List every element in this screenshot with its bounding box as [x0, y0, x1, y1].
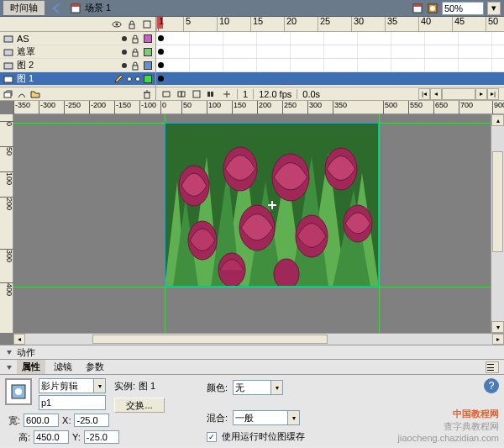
visibility-dot[interactable]: [122, 63, 127, 68]
edit-symbol-icon[interactable]: [427, 3, 438, 14]
scroll-up-icon[interactable]: ▴: [491, 114, 504, 126]
scroll-right-icon[interactable]: ▸: [475, 88, 487, 100]
outline-all-icon[interactable]: [142, 19, 152, 29]
color-effect-dropdown[interactable]: 无▾: [233, 380, 283, 395]
scene-label[interactable]: 场景 1: [70, 2, 111, 14]
show-hide-icon[interactable]: [112, 19, 122, 29]
scroll-thumb[interactable]: [442, 88, 475, 100]
center-frame-icon[interactable]: [161, 89, 171, 99]
tab-properties[interactable]: 属性: [17, 360, 45, 374]
visibility-dot[interactable]: [127, 76, 132, 82]
layer-row[interactable]: 图 1: [0, 72, 155, 86]
lock-all-icon[interactable]: [127, 19, 137, 29]
layer-row[interactable]: AS: [0, 32, 155, 45]
frame-track[interactable]: [156, 32, 504, 45]
collapse-arrow-icon[interactable]: [5, 363, 13, 372]
svg-rect-18: [144, 92, 150, 98]
vertical-scrollbar[interactable]: ▴ ▾: [491, 114, 504, 333]
svg-rect-20: [178, 92, 181, 97]
frame-track[interactable]: [156, 45, 504, 59]
vertical-ruler[interactable]: 050100200300400: [0, 114, 13, 333]
onion-skin-icon[interactable]: [176, 89, 186, 99]
properties-panel: 影片剪辑▾ 宽: X: 高: Y: 实例: 图 1 交换... 颜色:: [0, 375, 504, 446]
registration-point-icon[interactable]: [268, 201, 276, 209]
outline-color-swatch[interactable]: [144, 61, 152, 70]
guide-horizontal[interactable]: [13, 287, 491, 287]
scroll-right-icon[interactable]: ▸: [492, 334, 504, 345]
height-input[interactable]: [34, 430, 69, 444]
frames-grid[interactable]: [156, 32, 504, 87]
timeline-ruler[interactable]: 15101520253035404550: [156, 17, 504, 32]
hruler-mark: 100: [207, 101, 221, 114]
panel-options-icon[interactable]: ☰: [486, 361, 499, 373]
edit-multiple-frames-icon[interactable]: [207, 89, 217, 99]
scroll-left-icon[interactable]: ◂: [430, 88, 442, 100]
outline-color-swatch[interactable]: [144, 75, 152, 83]
new-layer-icon[interactable]: [3, 89, 13, 99]
instance-name-input[interactable]: [39, 395, 106, 410]
swap-button[interactable]: 交换...: [114, 398, 165, 413]
width-input[interactable]: [24, 414, 59, 427]
layer-row[interactable]: 图 2: [0, 59, 155, 72]
symbol-type-dropdown[interactable]: 影片剪辑▾: [39, 378, 106, 393]
svg-rect-10: [4, 36, 13, 42]
svg-rect-22: [193, 91, 200, 98]
keyframe[interactable]: [158, 49, 164, 55]
cache-bitmap-checkbox[interactable]: ✓: [207, 432, 217, 442]
blend-mode-dropdown[interactable]: 一般▾: [233, 410, 300, 425]
scroll-end-icon[interactable]: ▸|: [487, 88, 499, 100]
lock-icon[interactable]: [130, 34, 140, 44]
delete-layer-icon[interactable]: [142, 89, 152, 99]
onion-skin-outlines-icon[interactable]: [192, 89, 202, 99]
keyframe[interactable]: [158, 62, 164, 68]
timeline-scrollbar[interactable]: |◂ ◂ ▸ ▸|: [418, 88, 499, 100]
keyframe[interactable]: [158, 35, 164, 41]
zoom-input[interactable]: [442, 2, 484, 15]
zoom-dropdown-button[interactable]: ▾: [487, 2, 501, 15]
svg-point-5: [430, 6, 435, 11]
info-icon[interactable]: ?: [484, 378, 499, 393]
actions-panel-header[interactable]: 动作: [0, 345, 504, 360]
tab-parameters[interactable]: 参数: [81, 360, 109, 374]
tab-filters[interactable]: 滤镜: [49, 360, 77, 374]
scrollbar-thumb[interactable]: [92, 335, 328, 344]
lock-icon[interactable]: [130, 61, 140, 71]
visibility-dot[interactable]: [122, 36, 127, 41]
scrollbar-thumb[interactable]: [492, 151, 503, 252]
outline-color-swatch[interactable]: [144, 48, 152, 56]
scroll-down-icon[interactable]: ▾: [491, 321, 504, 333]
visibility-dot[interactable]: [122, 50, 127, 55]
layers-footer: [0, 87, 155, 100]
modify-onion-markers-icon[interactable]: [222, 89, 232, 99]
edit-scene-icon[interactable]: [412, 3, 423, 14]
vruler-mark: 300: [0, 249, 13, 262]
chevron-down-icon: ▾: [93, 379, 105, 393]
frame-track[interactable]: [156, 72, 504, 86]
collapse-arrow-icon[interactable]: [5, 348, 13, 356]
horizontal-ruler[interactable]: -350-300-250-200-150-1000501001502002503…: [13, 101, 504, 114]
cache-bitmap-label: 使用运行时位图缓存: [222, 430, 305, 443]
vruler-mark: 200: [0, 197, 13, 210]
outline-color-swatch[interactable]: [144, 34, 152, 43]
guide-vertical[interactable]: [379, 114, 380, 333]
canvas[interactable]: [13, 114, 491, 333]
ruler-mark: 1: [156, 17, 164, 32]
hruler-mark: 650: [433, 101, 448, 114]
hruler-mark: -150: [114, 101, 131, 114]
timeline-tab[interactable]: 时间轴: [3, 1, 45, 15]
keyframe[interactable]: [158, 76, 164, 82]
selection-box[interactable]: [165, 123, 379, 287]
new-motion-guide-icon[interactable]: [17, 89, 27, 99]
back-arrow-icon[interactable]: [51, 3, 63, 14]
layer-row[interactable]: 遮罩: [0, 45, 155, 59]
scroll-start-icon[interactable]: |◂: [418, 88, 430, 100]
scroll-left-icon[interactable]: ◂: [13, 334, 25, 345]
lock-icon[interactable]: [130, 47, 140, 57]
lock-dot[interactable]: [135, 76, 140, 82]
hruler-mark: 700: [459, 101, 473, 114]
horizontal-scrollbar[interactable]: ◂ ▸: [13, 333, 504, 345]
x-input[interactable]: [74, 414, 109, 427]
watermark: 中国教程网 查字典教程网 jiaocheng.chazidian.com: [398, 408, 499, 443]
frame-track[interactable]: [156, 59, 504, 72]
new-folder-icon[interactable]: [30, 89, 40, 99]
